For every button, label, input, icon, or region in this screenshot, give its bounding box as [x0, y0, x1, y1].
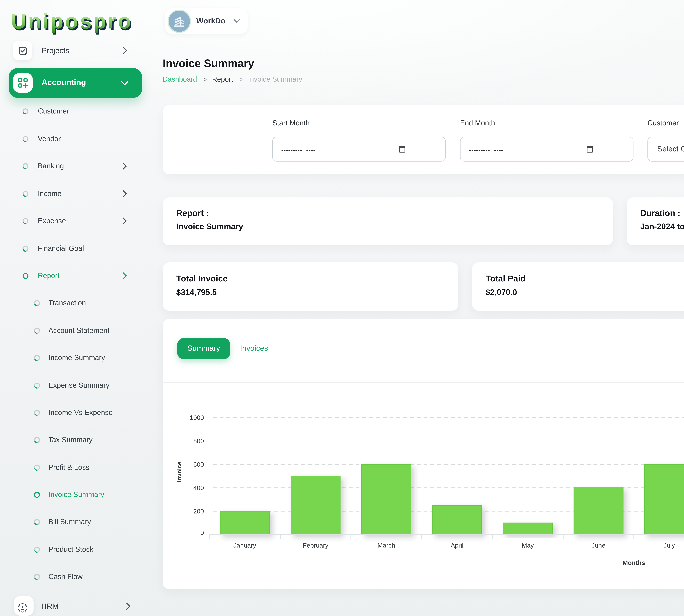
svg-text:600: 600 — [193, 461, 204, 468]
svg-text:July: July — [664, 542, 675, 549]
svg-text:800: 800 — [193, 438, 204, 445]
svg-text:200: 200 — [193, 508, 204, 515]
svg-text:February: February — [303, 542, 328, 549]
svg-text:Invoice: Invoice — [176, 462, 183, 482]
svg-text:March: March — [378, 542, 395, 549]
svg-text:1000: 1000 — [190, 414, 204, 421]
svg-text:400: 400 — [193, 484, 204, 491]
svg-text:June: June — [592, 542, 606, 549]
svg-text:May: May — [522, 542, 534, 549]
svg-text:January: January — [233, 542, 256, 549]
svg-text:April: April — [451, 542, 463, 549]
svg-text:Months: Months — [622, 559, 645, 566]
svg-text:0: 0 — [200, 529, 204, 536]
